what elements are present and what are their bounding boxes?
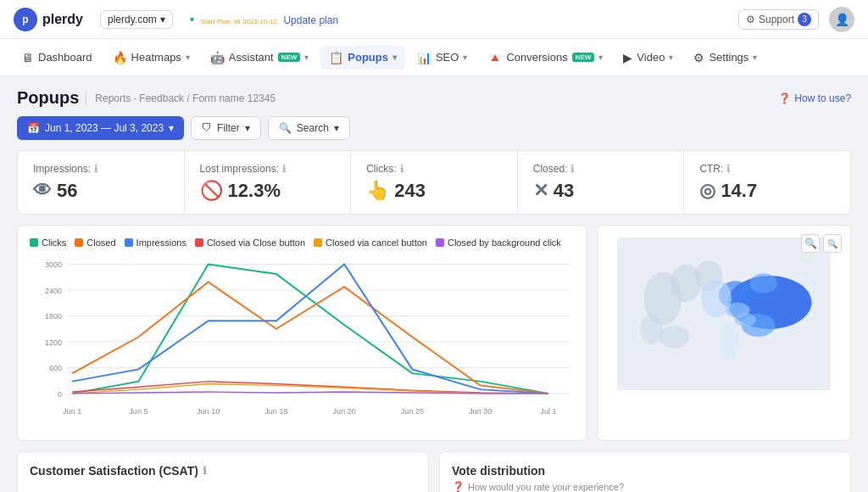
csat-panel: Customer Satisfaction (CSAT) ℹ bbox=[17, 451, 429, 492]
legend-closed-close: Closed via Close button bbox=[195, 238, 305, 248]
chart-legend: Clicks Closed Impressions Closed via Clo… bbox=[30, 238, 574, 248]
vote-subtitle: ❓ How would you rate your experience? bbox=[452, 481, 838, 492]
svg-point-25 bbox=[659, 326, 690, 349]
seo-chevron: ▾ bbox=[463, 53, 467, 62]
closed-label: Closed: bbox=[533, 163, 568, 175]
lost-impressions-label: Lost impressions: bbox=[200, 163, 279, 175]
vote-panel: Vote distribution ❓ How would you rate y… bbox=[439, 451, 851, 492]
csat-title: Customer Satisfaction (CSAT) ℹ bbox=[30, 464, 416, 478]
conversions-icon: 🔺 bbox=[487, 51, 502, 64]
avatar[interactable]: 👤 bbox=[829, 7, 854, 32]
ctr-info-icon[interactable]: ℹ bbox=[726, 163, 731, 175]
legend-dot-clicks bbox=[30, 238, 38, 247]
page-title: Popups bbox=[17, 88, 79, 108]
logo-text: plerdy bbox=[42, 12, 83, 27]
date-range-button[interactable]: 📅 Jun 1, 2023 — Jul 3, 2023 ▾ bbox=[17, 116, 184, 140]
svg-text:Jun 25: Jun 25 bbox=[401, 407, 424, 416]
legend-closed-cancel: Closed via cancel button bbox=[314, 238, 427, 248]
conversions-chevron: ▾ bbox=[598, 53, 603, 62]
svg-text:Jun 5: Jun 5 bbox=[129, 407, 147, 416]
nav-item-heatmaps[interactable]: 🔥 Heatmaps ▾ bbox=[104, 46, 198, 70]
settings-icon: ⚙ bbox=[693, 51, 704, 64]
clicks-info-icon[interactable]: ℹ bbox=[400, 163, 404, 175]
svg-point-30 bbox=[701, 280, 732, 318]
zoom-in-button[interactable]: 🔍 bbox=[801, 234, 820, 253]
domain-text: plerdy.com bbox=[108, 14, 157, 25]
stat-clicks: Clicks: ℹ 👆 243 bbox=[351, 151, 518, 214]
vote-title: Vote distribution bbox=[452, 464, 838, 478]
svg-point-24 bbox=[640, 314, 663, 344]
assistant-icon: 🤖 bbox=[210, 51, 225, 64]
svg-text:1800: 1800 bbox=[45, 312, 62, 321]
content-row: Clicks Closed Impressions Closed via Clo… bbox=[17, 225, 851, 441]
settings-chevron: ▾ bbox=[753, 53, 757, 62]
lost-impressions-value: 12.3% bbox=[228, 180, 281, 202]
svg-text:Jun 30: Jun 30 bbox=[469, 407, 492, 416]
closed-value: 43 bbox=[554, 180, 574, 202]
chart-panel: Clicks Closed Impressions Closed via Clo… bbox=[17, 225, 587, 441]
eye-slash-icon: 🚫 bbox=[200, 180, 223, 202]
svg-point-32 bbox=[735, 313, 756, 327]
filter-label: Filter bbox=[217, 122, 240, 134]
filter-chevron: ▾ bbox=[245, 122, 250, 134]
assistant-chevron: ▾ bbox=[304, 53, 309, 62]
nav-label-video: Video bbox=[637, 51, 665, 64]
nav-item-dashboard[interactable]: 🖥 Dashboard bbox=[14, 46, 101, 70]
impressions-label: Impressions: bbox=[33, 163, 91, 175]
nav-item-assistant[interactable]: 🤖 Assistant NEW ▾ bbox=[202, 46, 317, 70]
ctr-icon: ◎ bbox=[699, 180, 715, 202]
domain-selector[interactable]: plerdy.com ▾ bbox=[100, 10, 173, 29]
date-range-text: Jun 1, 2023 — Jul 3, 2023 bbox=[45, 122, 164, 134]
question-circle-icon: ❓ bbox=[452, 481, 465, 492]
conversions-new-badge: NEW bbox=[572, 53, 595, 62]
search-icon: 🔍 bbox=[279, 122, 292, 134]
ctr-value: 14.7 bbox=[721, 180, 757, 202]
clicks-label: Clicks: bbox=[366, 163, 396, 175]
bottom-row: Customer Satisfaction (CSAT) ℹ Vote dist… bbox=[17, 451, 851, 492]
nav-item-conversions[interactable]: 🔺 Conversions NEW ▾ bbox=[479, 46, 611, 70]
line-chart: 3000 2400 1800 1200 600 0 Jun 1 Jun 5 Ju… bbox=[30, 256, 574, 426]
legend-label-closed-bg: Closed by background click bbox=[448, 238, 561, 248]
legend-label-clicks: Clicks bbox=[42, 238, 66, 248]
controls-bar: 📅 Jun 1, 2023 — Jul 3, 2023 ▾ ⛉ Filter ▾… bbox=[0, 116, 868, 150]
seo-icon: 📊 bbox=[417, 51, 431, 64]
nav-label-heatmaps: Heatmaps bbox=[131, 51, 181, 64]
ctr-label: CTR: bbox=[699, 163, 723, 175]
closed-icon: ✕ bbox=[533, 180, 548, 202]
svg-text:Jun 10: Jun 10 bbox=[197, 407, 220, 416]
search-label: Search bbox=[297, 122, 329, 134]
search-button[interactable]: 🔍 Search ▾ bbox=[268, 116, 350, 140]
csat-info-icon[interactable]: ℹ bbox=[203, 465, 207, 477]
stat-impressions: Impressions: ℹ 👁 56 bbox=[18, 151, 185, 214]
video-icon: ▶ bbox=[623, 51, 632, 64]
heatmaps-chevron: ▾ bbox=[186, 53, 190, 62]
support-label: Support bbox=[759, 14, 794, 25]
legend-label-impressions: Impressions bbox=[136, 238, 186, 248]
impressions-info-icon[interactable]: ℹ bbox=[94, 163, 98, 175]
top-bar-right: ⚙ Support 3 👤 bbox=[738, 7, 854, 32]
svg-text:Jun 20: Jun 20 bbox=[333, 407, 356, 416]
nav-item-popups[interactable]: 📋 Popups ▾ bbox=[320, 46, 405, 70]
top-bar: p plerdy plerdy.com ▾ • Start Plan, till… bbox=[0, 0, 868, 39]
map-svg bbox=[609, 238, 838, 390]
nav-label-seo: SEO bbox=[436, 51, 459, 64]
dashboard-icon: 🖥 bbox=[22, 51, 34, 64]
video-chevron: ▾ bbox=[669, 53, 673, 62]
popups-icon: 📋 bbox=[329, 51, 343, 64]
support-button[interactable]: ⚙ Support 3 bbox=[738, 9, 819, 30]
stat-ctr: CTR: ℹ ◎ 14.7 bbox=[684, 151, 850, 214]
lost-info-icon[interactable]: ℹ bbox=[282, 163, 287, 175]
stat-closed: Closed: ℹ ✕ 43 bbox=[518, 151, 685, 214]
update-plan-link[interactable]: Update plan bbox=[283, 14, 338, 26]
nav-item-settings[interactable]: ⚙ Settings ▾ bbox=[685, 46, 765, 70]
stats-row: Impressions: ℹ 👁 56 Lost impressions: ℹ … bbox=[17, 150, 851, 215]
closed-info-icon[interactable]: ℹ bbox=[570, 163, 575, 175]
nav-item-seo[interactable]: 📊 SEO ▾ bbox=[409, 46, 476, 70]
filter-button[interactable]: ⛉ Filter ▾ bbox=[191, 116, 261, 140]
click-icon: 👆 bbox=[366, 180, 389, 202]
how-to-use-link[interactable]: ❓ How to use? bbox=[778, 92, 851, 104]
nav-item-video[interactable]: ▶ Video ▾ bbox=[615, 46, 682, 70]
legend-dot-closed-close bbox=[195, 238, 203, 247]
nav-label-conversions: Conversions bbox=[506, 51, 567, 64]
zoom-out-button[interactable]: 🔍 bbox=[823, 234, 842, 253]
